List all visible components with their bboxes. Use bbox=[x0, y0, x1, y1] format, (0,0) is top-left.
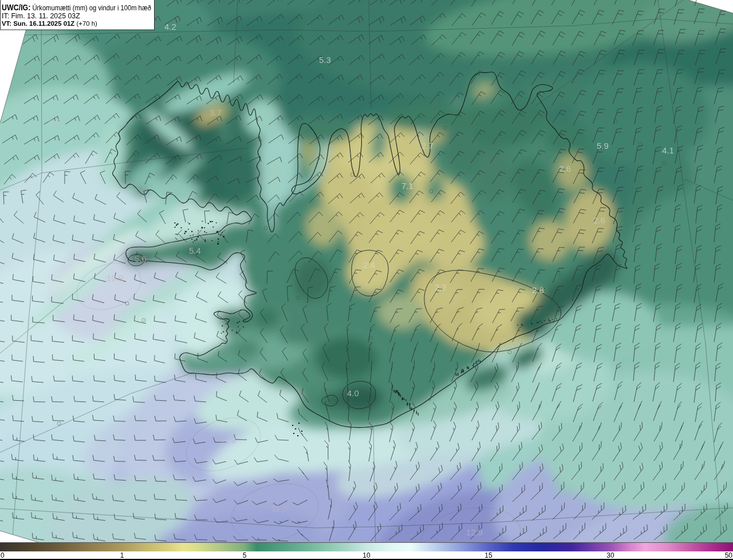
svg-text:0: 0 bbox=[1, 551, 5, 559]
svg-text:UWC/IG: Úrkomumætti (mm) og vi: UWC/IG: Úrkomumætti (mm) og vindur i 100… bbox=[2, 3, 151, 12]
svg-text:4.2: 4.2 bbox=[164, 22, 176, 31]
svg-text:2.8: 2.8 bbox=[532, 285, 544, 295]
svg-text:3.7: 3.7 bbox=[210, 108, 222, 117]
svg-text:7.1: 7.1 bbox=[401, 181, 413, 191]
svg-text:2.6: 2.6 bbox=[559, 164, 571, 173]
svg-text:15: 15 bbox=[484, 551, 492, 559]
svg-text:IT: Fim. 13. 11. 2025 03Z: IT: Fim. 13. 11. 2025 03Z bbox=[2, 12, 80, 20]
svg-text:4.1: 4.1 bbox=[662, 145, 674, 155]
svg-text:5.9: 5.9 bbox=[597, 141, 609, 151]
svg-text:1: 1 bbox=[120, 551, 124, 559]
svg-text:30: 30 bbox=[606, 551, 614, 559]
svg-text:50: 50 bbox=[725, 551, 733, 559]
svg-text:12.9: 12.9 bbox=[466, 527, 483, 537]
svg-text:2.4: 2.4 bbox=[363, 260, 375, 270]
svg-text:5: 5 bbox=[243, 551, 247, 559]
svg-text:11.5: 11.5 bbox=[271, 503, 287, 513]
svg-text:5.4: 5.4 bbox=[189, 246, 201, 255]
svg-text:5.3: 5.3 bbox=[319, 55, 331, 65]
svg-text:4.0: 4.0 bbox=[347, 388, 359, 398]
svg-text:10.9: 10.9 bbox=[107, 273, 123, 283]
svg-text:VT: Sun. 16.11.2025 01Z (+70 h: VT: Sun. 16.11.2025 01Z (+70 h) bbox=[2, 20, 97, 27]
svg-text:2.7: 2.7 bbox=[421, 141, 434, 151]
svg-text:11.9: 11.9 bbox=[220, 435, 236, 445]
svg-text:5.6: 5.6 bbox=[135, 254, 147, 263]
svg-text:2.2: 2.2 bbox=[435, 282, 447, 292]
svg-text:9.2: 9.2 bbox=[49, 117, 61, 127]
svg-text:2.6: 2.6 bbox=[593, 215, 605, 225]
svg-text:10: 10 bbox=[362, 551, 371, 559]
